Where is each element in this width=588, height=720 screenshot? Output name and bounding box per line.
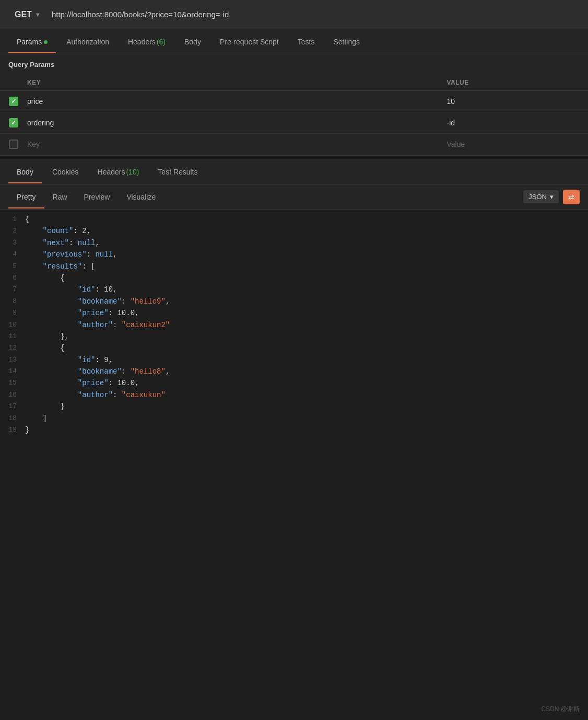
- line-content: "id": 9,: [25, 354, 588, 366]
- wrap-button[interactable]: ⇄: [563, 190, 580, 204]
- line-number: 5: [0, 261, 25, 272]
- param-value-price[interactable]: 10: [443, 91, 589, 112]
- json-line: 4 "previous": null,: [0, 249, 588, 260]
- param-row-empty: Key Value: [0, 134, 588, 155]
- json-viewer: 1{2 "count": 2,3 "next": null,4 "previou…: [0, 210, 588, 440]
- line-content: }: [25, 401, 588, 412]
- checkbox-empty-icon[interactable]: [9, 140, 18, 149]
- json-line: 15 "price": 10.0,: [0, 377, 588, 389]
- url-bar: GET ▾: [0, 0, 588, 29]
- sub-tab-preview[interactable]: Preview: [76, 185, 119, 208]
- json-line: 2 "count": 2,: [0, 225, 588, 237]
- method-chevron-icon: ▾: [36, 11, 39, 18]
- line-content: "bookname": "hello9",: [25, 296, 588, 307]
- line-number: 10: [0, 319, 25, 331]
- line-content: {: [25, 272, 588, 284]
- param-key-placeholder[interactable]: Key: [23, 134, 443, 155]
- line-number: 6: [0, 272, 25, 284]
- line-content: "next": null,: [25, 237, 588, 249]
- json-line: 5 "results": [: [0, 261, 588, 272]
- response-tab-body[interactable]: Body: [8, 160, 42, 183]
- json-line: 11 },: [0, 331, 588, 342]
- line-content: "bookname": "hello8",: [25, 366, 588, 377]
- json-line: 19}: [0, 424, 588, 436]
- json-line: 1{: [0, 214, 588, 225]
- param-key-price[interactable]: price: [23, 91, 443, 112]
- value-column-header: VALUE: [443, 75, 589, 90]
- line-number: 14: [0, 366, 25, 377]
- tab-tests[interactable]: Tests: [289, 30, 323, 53]
- checkbox-ordering-icon[interactable]: [9, 118, 18, 127]
- response-tab-test-results[interactable]: Test Results: [149, 160, 206, 183]
- json-line: 16 "author": "caixukun": [0, 389, 588, 401]
- line-content: "id": 10,: [25, 284, 588, 295]
- line-content: "price": 10.0,: [25, 307, 588, 319]
- line-number: 1: [0, 214, 25, 225]
- section-separator: [0, 155, 588, 159]
- tab-settings[interactable]: Settings: [325, 30, 368, 53]
- line-number: 4: [0, 249, 25, 260]
- tab-headers[interactable]: Headers(6): [120, 30, 174, 53]
- line-number: 13: [0, 354, 25, 366]
- param-checkbox-empty[interactable]: [0, 134, 23, 154]
- json-line: 6 {: [0, 272, 588, 284]
- line-content: "previous": null,: [25, 249, 588, 260]
- param-checkbox-price[interactable]: [0, 91, 23, 111]
- json-line: 8 "bookname": "hello9",: [0, 296, 588, 307]
- line-number: 12: [0, 342, 25, 354]
- line-number: 3: [0, 237, 25, 249]
- line-number: 15: [0, 377, 25, 389]
- response-tab-cookies[interactable]: Cookies: [44, 160, 87, 183]
- format-selector[interactable]: JSON ▾: [523, 190, 559, 203]
- line-content: ]: [25, 413, 588, 424]
- method-selector[interactable]: GET ▾: [8, 7, 45, 22]
- param-row-price: price 10: [0, 91, 588, 112]
- json-line: 18 ]: [0, 413, 588, 424]
- json-line: 14 "bookname": "hello8",: [0, 366, 588, 377]
- line-content: "price": 10.0,: [25, 377, 588, 389]
- line-content: "author": "caixukun": [25, 389, 588, 401]
- json-line: 12 {: [0, 342, 588, 354]
- json-line: 17 }: [0, 401, 588, 412]
- line-number: 8: [0, 296, 25, 307]
- line-number: 16: [0, 389, 25, 401]
- line-content: {: [25, 342, 588, 354]
- param-value-ordering[interactable]: -id: [443, 112, 589, 133]
- watermark: CSDN @谢斯: [541, 705, 580, 714]
- sub-tab-visualize[interactable]: Visualize: [118, 185, 164, 208]
- method-label: GET: [15, 10, 32, 19]
- checkbox-price-icon[interactable]: [9, 97, 18, 106]
- json-line: 13 "id": 9,: [0, 354, 588, 366]
- request-tab-bar: Params Authorization Headers(6) Body Pre…: [0, 29, 588, 54]
- format-label: JSON: [528, 193, 547, 201]
- line-number: 18: [0, 413, 25, 424]
- param-key-ordering[interactable]: ordering: [23, 112, 443, 133]
- url-input[interactable]: [45, 7, 580, 22]
- tab-params[interactable]: Params: [8, 30, 56, 53]
- params-dot: [44, 40, 48, 44]
- format-chevron-icon: ▾: [550, 193, 554, 201]
- query-params-section: Query Params KEY VALUE price 10 ordering…: [0, 54, 588, 155]
- param-value-placeholder[interactable]: Value: [443, 134, 589, 155]
- line-number: 11: [0, 331, 25, 342]
- line-number: 7: [0, 284, 25, 295]
- line-content: }: [25, 424, 588, 436]
- json-line: 3 "next": null,: [0, 237, 588, 249]
- line-number: 19: [0, 424, 25, 436]
- line-content: {: [25, 214, 588, 225]
- sub-tab-bar: Pretty Raw Preview Visualize JSON ▾ ⇄: [0, 184, 588, 210]
- key-column-header: KEY: [23, 75, 443, 90]
- wrap-icon: ⇄: [568, 193, 574, 201]
- line-content: "author": "caixukun2": [25, 319, 588, 331]
- sub-tab-raw[interactable]: Raw: [44, 185, 76, 208]
- param-checkbox-ordering[interactable]: [0, 113, 23, 133]
- line-content: "results": [: [25, 261, 588, 272]
- tab-pre-request-script[interactable]: Pre-request Script: [211, 30, 287, 53]
- json-line: 7 "id": 10,: [0, 284, 588, 295]
- tab-body[interactable]: Body: [176, 30, 209, 53]
- response-tab-headers[interactable]: Headers(10): [89, 160, 148, 183]
- json-line: 10 "author": "caixukun2": [0, 319, 588, 331]
- tab-authorization[interactable]: Authorization: [58, 30, 117, 53]
- line-number: 2: [0, 225, 25, 237]
- sub-tab-pretty[interactable]: Pretty: [8, 185, 44, 208]
